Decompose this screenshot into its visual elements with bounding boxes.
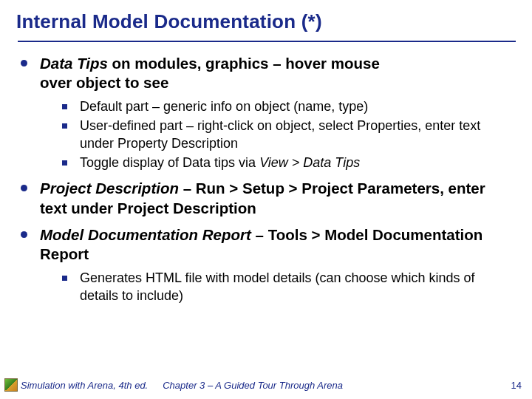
footer-center: Chapter 3 – A Guided Tour Through Arena bbox=[148, 380, 511, 391]
slide-body: Data Tips on modules, graphics – hover m… bbox=[16, 54, 516, 305]
slide: Internal Model Documentation (*) Data Ti… bbox=[0, 0, 532, 399]
bullet-mid: – Run > Setup > Project Parameters, bbox=[179, 180, 444, 197]
bullet-list: Data Tips on modules, graphics – hover m… bbox=[18, 54, 510, 305]
menu-path: View > Data Tips bbox=[259, 155, 360, 170]
sub-bullet-text: Toggle display of Data tips via bbox=[80, 155, 259, 170]
slide-footer: Simulation with Arena, 4th ed. Chapter 3… bbox=[0, 377, 532, 393]
sub-bullet-list: Default part – generic info on object (n… bbox=[61, 98, 510, 171]
bullet-lead: Data Tips bbox=[40, 55, 108, 72]
bullet-text-line2: over object to see bbox=[40, 74, 168, 91]
sub-bullet-list: Generates HTML file with model details (… bbox=[61, 270, 510, 305]
slide-title: Internal Model Documentation (*) bbox=[16, 10, 516, 33]
bullet-project-description: Project Description – Run > Setup > Proj… bbox=[18, 179, 510, 217]
bullet-data-tips: Data Tips on modules, graphics – hover m… bbox=[18, 54, 510, 171]
bullet-lead: Project Description bbox=[40, 180, 179, 197]
page-number: 14 bbox=[511, 380, 522, 391]
bullet-model-doc-report: Model Documentation Report – Tools > Mod… bbox=[18, 225, 510, 305]
book-icon bbox=[4, 378, 18, 392]
bullet-text: on modules, graphics – hover mouse bbox=[108, 55, 380, 72]
bullet-lead: Model Documentation Report bbox=[40, 226, 251, 243]
footer-left: Simulation with Arena, 4th ed. bbox=[21, 380, 148, 391]
title-underline bbox=[18, 41, 516, 42]
sub-bullet: Toggle display of Data tips via View > D… bbox=[61, 154, 510, 172]
sub-bullet: Default part – generic info on object (n… bbox=[61, 98, 510, 116]
sub-bullet: User-defined part – right-click on objec… bbox=[61, 117, 510, 153]
sub-bullet: Generates HTML file with model details (… bbox=[61, 270, 510, 305]
